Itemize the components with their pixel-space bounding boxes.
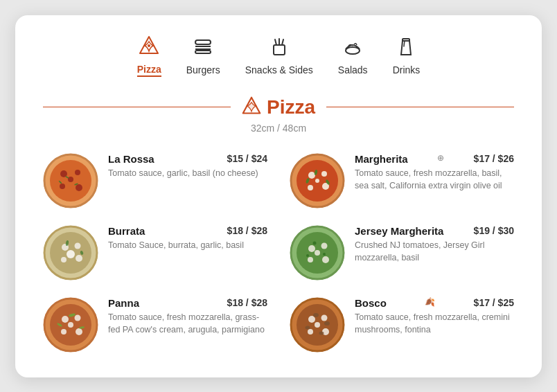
- item-header-la-rossa: La Rossa $15 / $24: [108, 153, 267, 165]
- svg-point-70: [308, 316, 315, 323]
- item-desc-margherita: Tomato sauce, fresh mozzarella, basil, s…: [355, 167, 514, 193]
- svg-point-17: [75, 170, 80, 175]
- item-header-bosco: Bosco 🍂 $17 / $25: [355, 297, 514, 309]
- pizza-image-bosco: [290, 297, 345, 353]
- item-desc-jersey-margherita: Crushed NJ tomatoes, Jersey Girl mozzare…: [355, 239, 514, 265]
- svg-line-9: [282, 39, 283, 45]
- svg-point-77: [306, 326, 310, 329]
- nav-item-snacks[interactable]: Snacks & Sides: [245, 35, 313, 75]
- svg-point-27: [308, 172, 315, 179]
- item-info-la-rossa: La Rossa $15 / $24 Tomato sauce, garlic,…: [108, 153, 267, 180]
- item-header-panna: Panna $18 / $28: [108, 297, 267, 309]
- item-price-jersey-margherita: $19 / $30: [474, 225, 514, 236]
- item-desc-burrata: Tomato Sauce, burrata, garlic, basil: [108, 239, 267, 252]
- svg-point-41: [76, 255, 82, 262]
- item-name-bosco: Bosco: [355, 297, 387, 309]
- svg-point-74: [315, 322, 320, 328]
- item-info-burrata: Burrata $18 / $28 Tomato Sauce, burrata,…: [108, 225, 267, 252]
- svg-point-61: [61, 329, 67, 335]
- menu-card: Pizza Burgers: [15, 15, 542, 377]
- svg-rect-5: [195, 51, 211, 53]
- menu-item-la-rossa: La Rossa $15 / $24 Tomato sauce, garlic,…: [43, 153, 267, 208]
- pizza-image-jersey-margherita: [290, 225, 345, 280]
- item-name-la-rossa: La Rossa: [108, 153, 154, 165]
- svg-point-1: [148, 44, 150, 46]
- item-info-jersey-margherita: Jersey Margherita $19 / $30 Crushed NJ t…: [355, 225, 514, 265]
- svg-point-62: [76, 328, 82, 335]
- menu-item-jersey-margherita: Jersey Margherita $19 / $30 Crushed NJ t…: [290, 225, 514, 280]
- svg-point-52: [315, 250, 320, 256]
- item-badge-bosco: 🍂: [425, 297, 435, 307]
- pizza-image-margherita: [290, 153, 345, 208]
- category-nav: Pizza Burgers: [43, 35, 514, 77]
- svg-point-19: [76, 184, 82, 191]
- nav-label-burgers: Burgers: [186, 64, 220, 75]
- burger-nav-icon: [192, 35, 214, 60]
- nav-item-pizza[interactable]: Pizza: [137, 35, 161, 77]
- nav-label-drinks: Drinks: [393, 64, 421, 75]
- svg-point-40: [61, 257, 67, 262]
- nav-label-salads: Salads: [338, 64, 368, 75]
- item-price-panna: $18 / $28: [227, 297, 267, 308]
- item-header-margherita: Margherita ⊕ $17 / $26: [355, 153, 514, 165]
- svg-point-39: [75, 242, 81, 249]
- item-price-bosco: $17 / $25: [474, 297, 514, 308]
- svg-point-71: [321, 314, 328, 321]
- svg-point-42: [67, 250, 75, 258]
- item-badge-margherita: ⊕: [437, 153, 444, 163]
- item-name-panna: Panna: [108, 297, 139, 309]
- svg-point-75: [313, 313, 319, 317]
- item-desc-la-rossa: Tomato sauce, garlic, basil (no cheese): [108, 167, 267, 180]
- nav-item-drinks[interactable]: Drinks: [393, 35, 421, 75]
- menu-grid: La Rossa $15 / $24 Tomato sauce, garlic,…: [43, 153, 514, 353]
- item-price-la-rossa: $15 / $24: [227, 153, 267, 164]
- section-title-group: Pizza: [242, 96, 315, 118]
- menu-item-margherita: Margherita ⊕ $17 / $26 Tomato sauce, fre…: [290, 153, 514, 208]
- svg-point-54: [323, 253, 326, 256]
- section-line-right: [326, 107, 514, 108]
- section-pizza-icon: [242, 96, 261, 118]
- item-header-burrata: Burrata $18 / $28: [108, 225, 267, 237]
- item-price-burrata: $18 / $28: [227, 225, 267, 236]
- menu-item-panna: Panna $18 / $28 Tomato sauce, fresh mozz…: [43, 297, 267, 353]
- nav-item-salads[interactable]: Salads: [338, 35, 368, 75]
- item-info-margherita: Margherita ⊕ $17 / $26 Tomato sauce, fre…: [355, 153, 514, 193]
- svg-point-76: [324, 321, 330, 326]
- svg-point-31: [315, 179, 319, 183]
- item-info-bosco: Bosco 🍂 $17 / $25 Tomato sauce, fresh mo…: [355, 297, 514, 337]
- item-desc-bosco: Tomato sauce, fresh mozzarella, cremini …: [355, 311, 514, 337]
- section-header: Pizza: [43, 96, 514, 118]
- svg-rect-6: [274, 45, 285, 55]
- nav-label-pizza: Pizza: [137, 64, 161, 77]
- svg-point-10: [346, 47, 360, 54]
- svg-line-12: [404, 41, 405, 46]
- svg-point-59: [62, 316, 69, 323]
- svg-point-78: [319, 331, 324, 335]
- svg-point-63: [68, 322, 73, 328]
- nav-label-snacks: Snacks & Sides: [245, 64, 313, 75]
- salad-nav-icon: [342, 35, 364, 60]
- svg-point-48: [308, 245, 315, 252]
- svg-point-50: [308, 257, 313, 262]
- nav-item-burgers[interactable]: Burgers: [186, 35, 220, 75]
- drink-nav-icon: [395, 35, 417, 60]
- item-header-jersey-margherita: Jersey Margherita $19 / $30: [355, 225, 514, 237]
- svg-point-72: [308, 329, 313, 335]
- section-line-left: [43, 107, 231, 108]
- pizza-image-la-rossa: [43, 153, 98, 208]
- svg-point-53: [313, 241, 317, 244]
- item-name-burrata: Burrata: [108, 225, 145, 237]
- svg-point-60: [75, 314, 81, 321]
- item-desc-panna: Tomato sauce, fresh mozzarella, grass-fe…: [108, 311, 267, 337]
- menu-item-burrata: Burrata $18 / $28 Tomato Sauce, burrata,…: [43, 225, 267, 280]
- svg-point-20: [68, 177, 73, 182]
- pizza-nav-icon: [138, 35, 160, 60]
- svg-point-28: [321, 171, 327, 177]
- item-name-margherita: Margherita: [355, 153, 408, 165]
- svg-point-51: [322, 256, 329, 263]
- svg-point-29: [308, 185, 313, 190]
- item-info-panna: Panna $18 / $28 Tomato sauce, fresh mozz…: [108, 297, 267, 337]
- svg-rect-2: [195, 40, 211, 44]
- section-title: Pizza: [267, 96, 315, 118]
- menu-item-bosco: Bosco 🍂 $17 / $25 Tomato sauce, fresh mo…: [290, 297, 514, 353]
